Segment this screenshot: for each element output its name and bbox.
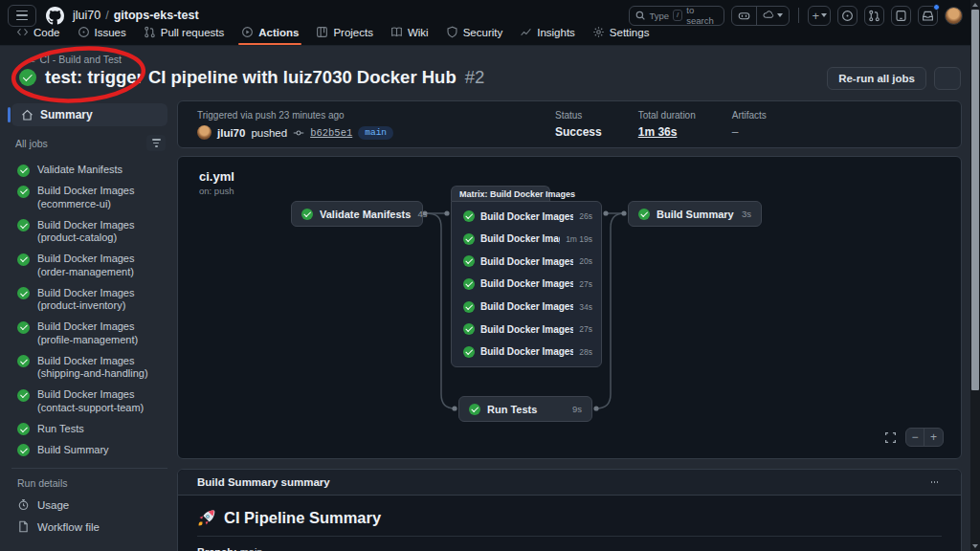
sidebar-item-workflow-file[interactable]: Workflow file xyxy=(17,520,167,533)
github-logo-icon[interactable] xyxy=(46,7,64,25)
commit-short-link[interactable]: b62b5e1 xyxy=(310,127,352,139)
branch-badge[interactable]: main xyxy=(358,126,393,140)
repo-name-link[interactable]: gitops-eks-test xyxy=(114,9,199,22)
status-value: Success xyxy=(555,125,602,139)
success-icon xyxy=(463,346,475,358)
success-icon xyxy=(638,209,650,220)
devices-icon-button[interactable] xyxy=(891,6,911,26)
scrollbar[interactable] xyxy=(970,0,980,551)
pull-request-icon xyxy=(144,26,156,38)
tab-security[interactable]: Security xyxy=(437,26,512,45)
sidebar-job[interactable]: Build Docker Images (product-catalog) xyxy=(17,219,167,245)
sidebar-divider xyxy=(11,468,167,469)
filter-jobs-button[interactable] xyxy=(146,135,166,151)
search-input[interactable]: Type / to search xyxy=(629,6,724,26)
success-icon xyxy=(17,444,30,456)
summary-kebab-button[interactable] xyxy=(921,471,947,494)
copilot-button-group[interactable] xyxy=(731,6,790,26)
tab-label: Actions xyxy=(258,27,299,38)
sidebar-job[interactable]: Build Docker Images (contact-support-tea… xyxy=(17,388,167,414)
graph-node-run-tests[interactable]: Run Tests 9s xyxy=(458,396,592,422)
success-icon xyxy=(463,210,475,222)
success-icon xyxy=(463,278,475,290)
tab-issues[interactable]: Issues xyxy=(69,26,135,45)
book-icon xyxy=(390,26,403,38)
gear-icon xyxy=(592,26,605,38)
actor-avatar[interactable] xyxy=(197,125,212,140)
tab-label: Pull requests xyxy=(161,27,224,38)
sidebar-job[interactable]: Run Tests xyxy=(17,423,167,436)
scrollbar-thumb[interactable] xyxy=(971,10,979,390)
sidebar-job[interactable]: Build Docker Images (ecommerce-ui) xyxy=(17,185,167,210)
tab-actions[interactable]: Actions xyxy=(233,26,307,45)
graph-matrix-job[interactable]: Build Docker Images (prod...34s xyxy=(463,301,592,313)
success-icon xyxy=(469,404,480,415)
scrollbar-up-arrow[interactable] xyxy=(970,0,980,10)
actor-login[interactable]: jlui70 xyxy=(217,127,245,139)
rerun-all-jobs-button[interactable]: Re-run all jobs xyxy=(827,67,926,90)
sidebar-job[interactable]: Build Docker Images (shipping-and-handli… xyxy=(17,355,167,381)
success-icon xyxy=(301,209,313,220)
tab-label: Security xyxy=(463,27,503,38)
graph-matrix-job[interactable]: Build Docker Images (shipp...28s xyxy=(463,346,592,358)
graph-matrix-job[interactable]: Build Docker Images (ec...1m 19s xyxy=(463,233,592,245)
tab-projects[interactable]: Projects xyxy=(307,26,382,45)
pull-requests-icon-button[interactable] xyxy=(864,6,884,26)
tab-wiki[interactable]: Wiki xyxy=(382,26,437,45)
all-jobs-label: All jobs xyxy=(15,138,48,149)
scrollbar-down-arrow[interactable] xyxy=(970,541,980,551)
zoom-out-button[interactable]: − xyxy=(906,429,924,446)
summary-card-header-title: Build Summary summary xyxy=(197,476,330,488)
sidebar-job[interactable]: Build Summary xyxy=(17,444,167,457)
copilot-dropdown[interactable] xyxy=(756,7,789,25)
fit-to-window-button[interactable] xyxy=(880,428,900,447)
hamburger-menu-button[interactable] xyxy=(8,5,36,27)
graph-icon xyxy=(520,26,532,38)
notifications-inbox-button[interactable] xyxy=(918,6,938,26)
tab-label: Insights xyxy=(537,27,575,38)
run-options-kebab-button[interactable] xyxy=(934,67,961,90)
tab-label: Projects xyxy=(333,27,373,38)
tab-settings[interactable]: Settings xyxy=(584,26,658,45)
sidebar-job[interactable]: Validate Manifests xyxy=(17,164,167,177)
workflow-graph-canvas[interactable]: ci.yml on: push Validate Manifests 4s Ma… xyxy=(177,156,962,459)
repo-owner-link[interactable]: jlui70 xyxy=(73,9,100,22)
run-info-card: Triggered via push 23 minutes ago jlui70… xyxy=(177,100,962,148)
sidebar-item-usage[interactable]: Usage xyxy=(17,498,167,511)
home-icon xyxy=(21,109,33,121)
graph-matrix-job[interactable]: Build Docker Images (conta...26s xyxy=(463,210,592,222)
sidebar-job[interactable]: Build Docker Images (product-inventory) xyxy=(17,287,167,313)
actions-icon xyxy=(241,26,254,38)
graph-matrix-job[interactable]: Build Docker Images (prod...27s xyxy=(463,278,592,290)
tab-pull-requests[interactable]: Pull requests xyxy=(135,26,233,45)
zoom-in-button[interactable]: + xyxy=(924,429,943,446)
artifacts-value: – xyxy=(732,125,767,139)
sidebar-job[interactable]: Build Docker Images (profile-management) xyxy=(17,320,167,346)
sidebar-job[interactable]: Build Docker Images (order-management) xyxy=(17,253,167,278)
graph-matrix-job[interactable]: Build Docker Images (profil...27s xyxy=(463,323,592,335)
success-icon xyxy=(463,255,475,267)
copilot-icon[interactable] xyxy=(732,7,756,25)
summary-label: Summary xyxy=(40,108,93,121)
graph-node-build-summary[interactable]: Build Summary 3s xyxy=(628,201,762,227)
tab-code[interactable]: Code xyxy=(8,26,69,45)
workflow-breadcrumb[interactable]: ← CI - Build and Test xyxy=(27,54,122,65)
tab-label: Code xyxy=(33,27,60,38)
user-avatar[interactable] xyxy=(945,7,963,25)
sidebar-item-summary[interactable]: Summary xyxy=(11,103,167,126)
success-icon xyxy=(463,323,475,335)
total-duration-value[interactable]: 1m 36s xyxy=(638,125,696,139)
rocket-icon xyxy=(197,509,215,527)
issues-icon-button[interactable] xyxy=(837,6,858,26)
code-icon xyxy=(16,26,29,38)
graph-matrix-job[interactable]: Build Docker Images (order...20s xyxy=(463,255,592,267)
graph-node-validate-manifests[interactable]: Validate Manifests 4s xyxy=(291,201,423,227)
success-icon xyxy=(17,389,30,402)
create-new-button[interactable]: + xyxy=(808,6,831,26)
branch-line: Branch: main xyxy=(197,545,942,551)
success-icon xyxy=(17,186,30,198)
commit-icon xyxy=(293,127,304,139)
slash-key-hint: / xyxy=(673,10,682,21)
run-success-icon xyxy=(19,69,36,86)
tab-insights[interactable]: Insights xyxy=(511,26,584,45)
